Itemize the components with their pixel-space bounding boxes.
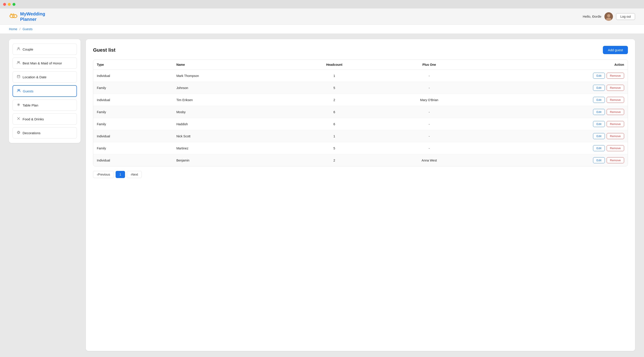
cell-action: Edit Remove [478, 118, 628, 130]
edit-button[interactable]: Edit [593, 85, 605, 91]
maximize-btn[interactable] [12, 3, 16, 6]
cell-plus-one: - [380, 142, 478, 154]
header: MyWedding Planner Hello, Đorđe Log out [0, 8, 644, 24]
cell-type: Family [93, 118, 173, 130]
minimize-btn[interactable] [8, 3, 11, 6]
table-row: Individual Mark Thompson 1 - Edit Remove [93, 70, 628, 82]
cell-name: Mark Thompson [173, 70, 289, 82]
cell-type: Individual [93, 154, 173, 166]
cell-name: Martinez [173, 142, 289, 154]
edit-button[interactable]: Edit [593, 145, 605, 151]
guest-table-wrapper: Type Name Headcount Plus One Action Indi… [93, 60, 628, 166]
cell-action: Edit Remove [478, 94, 628, 106]
avatar [604, 12, 613, 21]
location-icon [17, 75, 20, 79]
cell-name: Nick Scott [173, 130, 289, 142]
cell-plus-one: Anna West [380, 154, 478, 166]
breadcrumb-current: Guests [22, 27, 32, 31]
table-row: Family Martinez 5 - Edit Remove [93, 142, 628, 154]
remove-button[interactable]: Remove [607, 97, 624, 103]
remove-button[interactable]: Remove [607, 85, 624, 91]
sidebar-item-table-plan[interactable]: Table Plan [12, 100, 77, 111]
svg-point-2 [10, 14, 12, 15]
svg-point-20 [18, 132, 19, 133]
svg-rect-10 [17, 76, 20, 78]
breadcrumb-bar: Home / Guests [0, 24, 644, 34]
table-row: Individual Tim Eriksen 2 Mary O'Brian Ed… [93, 94, 628, 106]
svg-point-1 [12, 14, 17, 18]
edit-button[interactable]: Edit [593, 73, 605, 79]
svg-point-11 [18, 90, 19, 90]
remove-button[interactable]: Remove [607, 109, 624, 115]
cell-headcount: 1 [289, 70, 380, 82]
remove-button[interactable]: Remove [607, 121, 624, 127]
location-date-label: Location & Date [22, 75, 46, 79]
breadcrumb-home[interactable]: Home [9, 27, 17, 31]
decorations-icon [17, 131, 20, 135]
cell-name: Mosby [173, 106, 289, 118]
sidebar-item-location-date[interactable]: Location & Date [12, 71, 77, 82]
logo-text: MyWedding Planner [20, 11, 45, 22]
decorations-label: Decorations [22, 131, 40, 135]
content-header: Guest list Add guest [93, 46, 628, 54]
cell-name: Johnson [173, 82, 289, 94]
cell-action: Edit Remove [478, 142, 628, 154]
main-container: Couple Best Man & Maid of Honor [0, 34, 644, 356]
edit-button[interactable]: Edit [593, 157, 605, 163]
cell-action: Edit Remove [478, 70, 628, 82]
next-page-button[interactable]: ›Next [127, 171, 142, 178]
remove-button[interactable]: Remove [607, 145, 624, 151]
svg-point-9 [18, 62, 20, 63]
table-header-row: Type Name Headcount Plus One Action [93, 60, 628, 70]
svg-point-7 [18, 48, 19, 49]
remove-button[interactable]: Remove [607, 133, 624, 139]
add-guest-button[interactable]: Add guest [603, 46, 628, 54]
guest-table: Type Name Headcount Plus One Action Indi… [93, 60, 628, 166]
cell-headcount: 6 [289, 118, 380, 130]
greeting-text: Hello, Đorđe [583, 14, 601, 18]
cell-action: Edit Remove [478, 154, 628, 166]
best-man-icon [17, 61, 20, 65]
remove-button[interactable]: Remove [607, 73, 624, 79]
page-title: Guest list [93, 47, 116, 53]
cell-action: Edit Remove [478, 82, 628, 94]
col-name: Name [173, 60, 289, 70]
sidebar-item-couple[interactable]: Couple [12, 44, 77, 55]
cell-plus-one: - [380, 70, 478, 82]
food-drinks-icon [17, 117, 20, 121]
cell-headcount: 5 [289, 82, 380, 94]
prev-page-button[interactable]: ‹Previous [93, 171, 114, 178]
sidebar-item-food-drinks[interactable]: Food & Drinks [12, 114, 77, 124]
close-btn[interactable] [3, 3, 6, 6]
table-plan-label: Table Plan [22, 103, 38, 107]
cell-type: Individual [93, 94, 173, 106]
cell-plus-one: - [380, 130, 478, 142]
edit-button[interactable]: Edit [593, 121, 605, 127]
sidebar-item-decorations[interactable]: Decorations [12, 127, 77, 138]
cell-headcount: 6 [289, 106, 380, 118]
table-row: Family Haddish 6 - Edit Remove [93, 118, 628, 130]
sidebar-item-best-man[interactable]: Best Man & Maid of Honor [12, 58, 77, 69]
cell-type: Family [93, 82, 173, 94]
breadcrumb: Home / Guests [9, 27, 635, 31]
table-row: Family Mosby 6 - Edit Remove [93, 106, 628, 118]
edit-button[interactable]: Edit [593, 133, 605, 139]
cell-plus-one: - [380, 118, 478, 130]
svg-point-12 [19, 90, 20, 90]
cell-type: Individual [93, 130, 173, 142]
table-row: Family Johnson 5 - Edit Remove [93, 82, 628, 94]
col-type: Type [93, 60, 173, 70]
table-row: Individual Benjamin 2 Anna West Edit Rem… [93, 154, 628, 166]
edit-button[interactable]: Edit [593, 97, 605, 103]
best-man-label: Best Man & Maid of Honor [22, 61, 62, 65]
remove-button[interactable]: Remove [607, 157, 624, 163]
logout-button[interactable]: Log out [616, 13, 635, 20]
page-1-button[interactable]: 1 [116, 171, 125, 178]
cell-action: Edit Remove [478, 130, 628, 142]
edit-button[interactable]: Edit [593, 109, 605, 115]
guests-label: Guests [23, 89, 34, 93]
sidebar-item-guests[interactable]: Guests [12, 85, 77, 97]
content-area: Guest list Add guest Type Name Headcount… [86, 39, 635, 351]
table-row: Individual Nick Scott 1 - Edit Remove [93, 130, 628, 142]
logo: MyWedding Planner [9, 11, 45, 22]
